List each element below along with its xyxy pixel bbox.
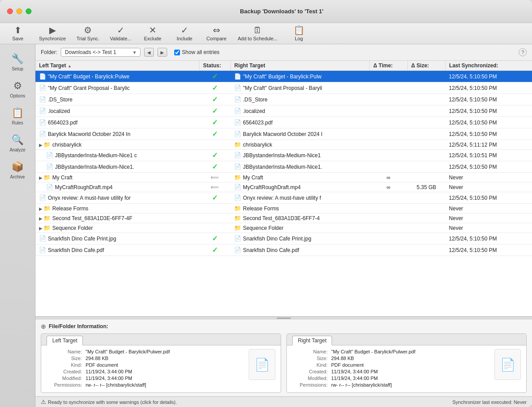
table-row[interactable]: 📄Snarkfish Dino Cafe.pdf✓📄Snarkfish Dino… [35,244,532,256]
save-button[interactable]: ⬆ Save [7,26,28,41]
compare-button[interactable]: ⇔ Compare [206,26,227,41]
exclude-icon: ✕ [149,26,156,35]
table-row[interactable]: 📄.localized✓📄.localized12/5/24, 5:10:50 … [35,105,532,117]
sidebar-item-rules[interactable]: 📋 Rules [2,104,34,129]
help-button[interactable]: ? [519,48,527,56]
sidebar-item-options[interactable]: ⚙ Options [2,77,34,102]
expand-arrow-icon[interactable]: ▶ [39,226,43,231]
table-row[interactable]: 📄Barylick Macworld October 2024 In✓📄Bary… [35,128,532,140]
check-icon: ✓ [212,119,218,126]
table-row[interactable]: 📄.DS_Store✓📄.DS_Store12/5/24, 5:10:50 PM [35,94,532,105]
sidebar-item-analyze[interactable]: 🔍 Analyze [2,131,34,156]
maximize-button[interactable] [26,8,31,14]
name-value: "My Craft" Budget - Barylick/Pulwer.pdf [86,349,170,354]
expand-arrow-icon[interactable]: ▶ [39,143,43,147]
nav-prev-button[interactable]: ◀ [144,48,154,57]
folder-select[interactable]: Downloads <-> Test 1 ▼ [61,48,141,57]
nav-next-button[interactable]: ▶ [157,48,167,57]
col-left-header[interactable]: Left Target ▲ [35,61,200,71]
last-sync-cell: 12/5/24, 5:10:50 PM [446,128,532,140]
left-target-tab[interactable]: Left Target [47,336,83,345]
delta-time-cell [370,233,407,244]
table-row[interactable]: 📄MyCraftRoughDraft.mp4⟸📄MyCraftRoughDraf… [35,182,532,192]
left-filename: Release Forms [52,205,88,212]
exclude-button[interactable]: ✕ Exclude [142,26,163,41]
left-cell: 📄.localized [35,105,200,117]
right-size-label: Size: [292,356,328,361]
trial-sync-button[interactable]: ⚙ Trial Sync. [77,26,100,41]
sort-arrow-icon: ▲ [67,64,71,68]
delta-size-cell [407,213,445,223]
size-value: 294.88 KB [86,356,108,361]
schedule-label: Add to Schedule... [238,36,278,41]
file-icon: 📁 [43,141,51,148]
show-all-checkbox[interactable] [174,50,180,55]
table-row[interactable]: ▶📁Second Test_683A1D3E-6FF7-4F📁Second Te… [35,213,532,223]
delta-size-cell [407,223,445,233]
created-value: 11/19/24, 3:44:00 PM [86,369,132,374]
right-filename: chrisbarylick [243,142,272,148]
right-filename: .localized [243,108,265,114]
right-cell: 📄Barylick Macworld October 2024 I [231,128,370,140]
delta-time-cell [370,128,407,140]
info-header: ⊕ File/Folder Information: [41,323,527,330]
include-button[interactable]: ✓ Include [174,26,195,41]
delta-time-cell [370,244,407,256]
right-target-tab[interactable]: Right Target [292,336,332,345]
sidebar-item-setup[interactable]: 🔧 Setup [2,50,34,75]
table-row[interactable]: 📄"My Craft" Budget - Barylick:Pulwe✓📄"My… [35,71,532,82]
table-row[interactable]: ▶📁chrisbarylick📁chrisbarylick12/5/24, 5:… [35,140,532,150]
status-cell: ✓ [200,161,231,173]
sidebar-item-archive[interactable]: 📦 Archive [2,158,34,183]
table-row[interactable]: 📄"My Craft" Grant Proposal - Barylic✓📄"M… [35,82,532,94]
file-table: Left Target ▲ Status: Right Target Δ Tim… [35,61,532,256]
expand-arrow-icon[interactable]: ▶ [39,175,43,180]
delta-size-cell: 5.35 GB [407,182,445,192]
expand-arrow-icon[interactable]: ▶ [39,216,43,221]
left-cell: 📄Snarkfish Dino Cafe Print.jpg [35,233,200,244]
right-filename: 6564023.pdf [243,120,273,126]
table-row[interactable]: 📄Snarkfish Dino Cafe Print.jpg✓📄Snarkfis… [35,233,532,244]
file-icon: 📄 [39,194,46,201]
table-row[interactable]: 📄Onyx review: A must-have utility for✓📄O… [35,192,532,204]
permissions-row: Permissions: rw- r-- r-- [chrisbarylick/… [47,382,243,388]
arrow-left-icon: ⟸ [211,184,219,190]
expand-arrow-icon[interactable]: ▶ [39,206,43,211]
validate-button[interactable]: ✓ Validate... [110,26,131,41]
left-cell: 📄"My Craft" Grant Proposal - Barylic [35,82,200,94]
content-area: Folder: Downloads <-> Test 1 ▼ ◀ ▶ Show … [35,44,532,407]
window-title: Backup 'Downloads' to 'Test 1' [39,8,525,15]
left-filename: Snarkfish Dino Cafe.pdf [48,247,104,253]
minimize-button[interactable] [16,8,22,14]
status-cell [200,204,231,213]
right-filename: "My Craft" Budget - Barylick:Pulw [243,74,321,80]
table-row[interactable]: ▶📁My Craft⟸📁My Craft∞Never [35,173,532,182]
table-row[interactable]: 📄JBBystanderInsta-Medium-Nice1 c✓📄JBByst… [35,150,532,161]
left-filename: Onyx review: A must-have utility for [48,195,131,201]
app-window: Backup 'Downloads' to 'Test 1' ⬆ Save ▶ … [0,0,532,407]
right-permissions-label: Permissions: [292,382,328,388]
table-row[interactable]: 📄JBBystanderInsta-Medium-Nice1.✓📄JBBysta… [35,161,532,173]
log-button[interactable]: 📋 Log [288,26,309,41]
check-icon: ✓ [212,163,218,171]
validate-icon: ✓ [117,26,125,35]
sync-status-text: Synchronizer last executed: Never [452,399,527,405]
created-label: Created: [47,369,82,374]
right-file-icon: 📄 [234,96,241,103]
status-cell: ⟸ [200,182,231,192]
right-kind-label: Kind: [292,362,328,368]
schedule-icon: 🗓 [253,26,262,35]
schedule-button[interactable]: 🗓 Add to Schedule... [238,26,278,41]
right-cell: 📄.localized [231,105,370,117]
analyze-icon: 🔍 [12,134,23,146]
close-button[interactable] [7,8,13,14]
last-sync-cell: 12/5/24, 5:10:50 PM [446,71,532,82]
right-filename: JBBystanderInsta-Medium-Nice1 [243,152,321,159]
synchronize-button[interactable]: ▶ Synchronize [39,26,66,41]
table-row[interactable]: 📄6564023.pdf✓📄6564023.pdf12/5/24, 5:10:5… [35,117,532,128]
table-row[interactable]: ▶📁Sequence Folder📁Sequence FolderNever [35,223,532,233]
right-thumbnail: 📄 [494,349,521,380]
check-icon: ✓ [212,73,218,80]
statusbar-left[interactable]: ⚠ Ready to synchronize with some warning… [41,399,177,405]
table-row[interactable]: ▶📁Release Forms📁Release FormsNever [35,204,532,213]
